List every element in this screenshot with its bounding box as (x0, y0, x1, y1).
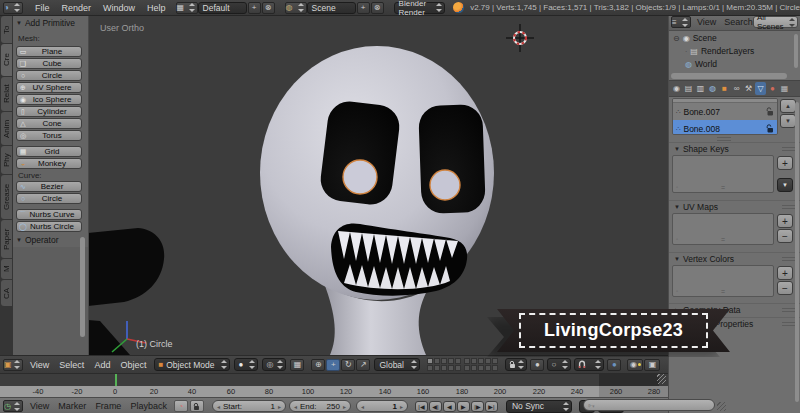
tab-physics[interactable]: Phy (1, 146, 12, 174)
outliner-horizontal-scrollbar[interactable] (671, 73, 787, 79)
add-nurbs-curve-button[interactable]: ⌒Nurbs Curve (16, 209, 82, 220)
layers-grid-2[interactable] (464, 358, 498, 371)
vertex-group-row[interactable]: ∴ Bone.007 (673, 103, 777, 120)
scale-manipulator-button[interactable]: ↗ (356, 359, 370, 371)
decrement-arrow[interactable]: ◂ (217, 403, 220, 410)
menu-marker[interactable]: Marker (58, 401, 86, 411)
add-cylinder-button[interactable]: ▯Cylinder (16, 106, 82, 117)
add-ico-sphere-button[interactable]: ◉Ico Sphere (16, 94, 82, 105)
outliner-item-world[interactable]: ◍ World (685, 59, 717, 69)
menu-window[interactable]: Window (103, 3, 135, 13)
increment-arrow[interactable]: ▸ (278, 403, 281, 410)
tab-ca[interactable]: CA (1, 280, 12, 306)
manipulator-toggle[interactable]: ⊕ (311, 359, 325, 371)
current-frame-cursor[interactable] (115, 372, 117, 386)
snap-select[interactable] (574, 358, 604, 371)
tab-texture[interactable]: ▦ (779, 82, 790, 95)
render-engine-select[interactable]: Blender Render (394, 2, 446, 14)
interaction-mode-select[interactable]: ■ Object Mode (154, 358, 230, 371)
menu-select[interactable]: Select (59, 360, 84, 370)
tab-object-data[interactable]: ▽ (755, 82, 766, 95)
jump-prev-keyframe-button[interactable]: ◀| (429, 401, 442, 412)
jump-next-keyframe-button[interactable]: |▶ (471, 401, 484, 412)
add-layout-button[interactable]: + (248, 2, 261, 14)
editor-type-outliner-button[interactable]: ≡ (671, 16, 691, 28)
open-lock-icon[interactable] (766, 124, 774, 133)
jump-to-start-button[interactable]: |◀ (415, 401, 428, 412)
snap-element-toggle[interactable]: ● (607, 359, 621, 371)
proportional-edit-select[interactable]: ○ (547, 358, 571, 371)
menu-search[interactable]: Search (724, 17, 753, 27)
current-frame-field[interactable]: ◂ 1 ▸ (356, 400, 408, 412)
tab-world[interactable]: ◍ (707, 82, 718, 95)
vertex-group-row-selected[interactable]: ∴ Bone.008 (673, 120, 777, 135)
add-torus-button[interactable]: ◎Torus (16, 130, 82, 141)
menu-file[interactable]: File (35, 3, 50, 13)
play-button[interactable]: ▶ (457, 401, 470, 412)
add-grid-button[interactable]: ▦Grid (16, 146, 82, 157)
frame-start-field[interactable]: ◂ Start: 1 ▸ (212, 400, 286, 412)
decrement-arrow[interactable]: ◂ (361, 403, 364, 410)
vertex-groups-list[interactable]: ∴ Bone.007 ∴ Bone.008 (672, 98, 778, 135)
add-plane-button[interactable]: ▭Plane (16, 46, 82, 57)
add-shape-key-button[interactable]: + (777, 156, 793, 170)
tab-scene[interactable]: ▥ (695, 82, 706, 95)
editor-type-info-icon[interactable]: ◑ (3, 2, 23, 14)
move-group-down-button[interactable]: ▼ (780, 114, 796, 128)
tab-render-layers[interactable]: ▤ (683, 82, 694, 95)
add-curve-circle-button[interactable]: ○Circle (16, 193, 82, 204)
scene-browse-button[interactable]: ◍ (285, 2, 307, 14)
menu-playback[interactable]: Playback (130, 401, 167, 411)
tab-animation[interactable]: Anim (1, 112, 12, 145)
add-uv-sphere-button[interactable]: ⊕UV Sphere (16, 82, 82, 93)
tab-tools[interactable]: To (1, 16, 12, 43)
use-preview-range-toggle[interactable]: ◔ (174, 400, 188, 412)
increment-arrow[interactable]: ▸ (400, 403, 403, 410)
jump-to-end-button[interactable]: ▶| (485, 401, 498, 412)
move-group-up-button[interactable]: ▲ (780, 99, 796, 113)
add-nurbs-circle-button[interactable]: ◯Nurbs Circle (16, 221, 82, 232)
timeline-track-area[interactable] (0, 372, 668, 386)
scene-name-field[interactable]: Scene (307, 2, 356, 14)
add-vertex-color-button[interactable]: + (777, 266, 793, 280)
outliner-display-filter-select[interactable]: All Scenes (753, 16, 798, 28)
left-eyeball-selected[interactable] (343, 160, 377, 194)
uv-maps-panel-header[interactable]: ▼ UV Maps (669, 200, 800, 213)
tab-m[interactable]: M (1, 259, 12, 279)
pivot-align-toggle[interactable]: ▦ (290, 359, 304, 371)
menu-render[interactable]: Render (62, 3, 92, 13)
menu-object[interactable]: Object (120, 360, 146, 370)
add-bezier-button[interactable]: ∿Bezier (16, 181, 82, 192)
screen-layout-browse-button[interactable]: ▦ (176, 2, 198, 14)
sync-mode-select[interactable]: No Sync (506, 400, 572, 413)
add-monkey-button[interactable]: ◒Monkey (16, 158, 82, 169)
character-head[interactable] (260, 46, 494, 355)
tab-render[interactable]: ◉ (671, 82, 682, 95)
timeline-corner-grip[interactable] (657, 373, 666, 384)
active-keying-set-field[interactable]: 🗝︎ (583, 399, 715, 411)
tab-paper[interactable]: Paper (1, 220, 12, 258)
frame-end-field[interactable]: ◂ End: 250 ▸ (289, 400, 351, 412)
editor-type-3dview-button[interactable]: ▣ (3, 359, 23, 371)
add-scene-button[interactable]: + (357, 2, 370, 14)
3d-viewport[interactable]: User Ortho (1) Circle (88, 15, 668, 355)
shape-key-specials-button[interactable]: ▼ (777, 178, 793, 192)
opengl-render-anim-button[interactable]: ▣ (644, 359, 660, 371)
delete-layout-button[interactable]: ⊗ (262, 2, 275, 14)
tab-grease-pencil[interactable]: Grease (1, 175, 12, 219)
increment-arrow[interactable]: ▸ (343, 403, 346, 410)
outliner-item-renderlayers[interactable]: · ▤ RenderLayers (685, 46, 754, 56)
remove-vertex-color-button[interactable]: − (777, 281, 793, 295)
properties-vertical-scrollbar[interactable] (795, 102, 799, 402)
pivot-point-select[interactable]: ◎ (262, 358, 286, 371)
outliner-vertical-scrollbar[interactable] (794, 34, 798, 68)
toolshelf-scrollbar[interactable] (80, 237, 85, 337)
menu-view[interactable]: View (697, 17, 716, 27)
translate-manipulator-button[interactable]: + (326, 359, 340, 371)
tab-material[interactable]: ● (767, 82, 778, 95)
add-uv-map-button[interactable]: + (777, 214, 793, 228)
shape-keys-list[interactable]: ◦= (672, 155, 774, 193)
operator-panel-header[interactable]: ▼ Operator (13, 235, 59, 245)
add-circle-button[interactable]: ○Circle (16, 70, 82, 81)
menu-frame[interactable]: Frame (95, 401, 121, 411)
